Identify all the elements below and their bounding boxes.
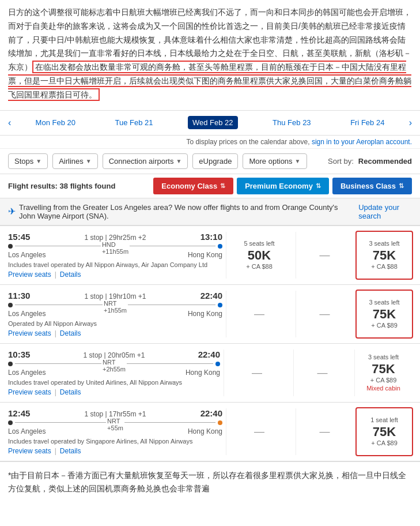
economy-dash-3: — xyxy=(254,426,264,438)
calendar-next-arrow[interactable]: › xyxy=(404,118,417,128)
dest-city-3: Hong Kong xyxy=(188,427,222,435)
stop-code-0: HND+11h55m xyxy=(101,241,130,255)
stop-code-1: NRT+1h55m xyxy=(103,300,128,314)
flight-times-1: 11:301 stop | 19hr10m +122:40 xyxy=(8,291,222,300)
travel-notice: ✈ Travelling from the Greater Los Angele… xyxy=(0,198,420,226)
stop-info-0: 1 stop | 29hr25m +2 xyxy=(35,234,195,242)
airlines-filter[interactable]: Airlines ▼ xyxy=(52,153,98,169)
route-line-3: NRT+55m xyxy=(15,422,215,423)
preview-seats-link-2[interactable]: Preview seats xyxy=(8,388,51,396)
preview-seats-link-1[interactable]: Preview seats xyxy=(8,329,51,337)
calendar-day-mon-feb-20[interactable]: Mon Feb 20 xyxy=(31,116,80,129)
route-line-1: NRT+1h55m xyxy=(15,305,215,305)
calendar-day-thu-feb-23[interactable]: Thu Feb 23 xyxy=(268,116,316,129)
premium-dash-2: — xyxy=(317,367,328,379)
premium-economy-button[interactable]: Premium Economy ⇅ xyxy=(237,178,329,194)
economy-dash-1: — xyxy=(254,308,264,320)
stop-info-3: 1 stop | 17hr55m +1 xyxy=(35,410,195,418)
premium-economy-price-col-3: — xyxy=(296,408,353,455)
sort-label: Sort by: xyxy=(328,157,354,166)
depart-time-0: 15:45 xyxy=(8,232,30,242)
flight-route-0: HND+11h55m xyxy=(8,244,222,249)
dest-city-2: Hong Kong xyxy=(186,369,220,377)
more-options-chevron-icon: ▼ xyxy=(295,158,301,164)
stops-filter[interactable]: Stops ▼ xyxy=(8,153,48,169)
flight-route-2: NRT+2h55m xyxy=(8,362,220,366)
arrive-time-0: 13:10 xyxy=(200,232,222,242)
economy-points-0: 50K xyxy=(248,248,271,263)
highlighted-text: 在临出发都会放出数量非常可观的商务舱，甚至头等舱里程票，目前的瓶颈在于日本－中国… xyxy=(8,61,411,101)
flight-main-2: 10:351 stop | 20hr05m +122:40NRT+2h55mLo… xyxy=(8,350,220,396)
business-cash-2: + CA $89 xyxy=(370,377,397,384)
business-seats-1: 3 seats left xyxy=(369,299,399,306)
intro-paragraph: 日方的这个调整很可能标志着中日航班大幅增班已经离我们不远了，而一向和日本同步的韩… xyxy=(8,6,412,102)
arrive-time-1: 22:40 xyxy=(200,291,222,300)
depart-time-1: 11:30 xyxy=(8,291,30,300)
calendar-days: Mon Feb 20 Tue Feb 21 Wed Feb 22 Thu Feb… xyxy=(16,116,404,129)
plane-icon: ✈ xyxy=(8,206,16,217)
update-search-link[interactable]: Update your search xyxy=(358,203,412,220)
filter-bar: Stops ▼ Airlines ▼ Connection airports ▼… xyxy=(0,149,420,174)
premium-dash-3: — xyxy=(320,426,330,438)
flight-route-3: NRT+55m xyxy=(8,420,222,425)
operated-by-3: Includes travel operated by Singapore Ai… xyxy=(8,438,222,445)
details-link-3[interactable]: Details xyxy=(60,447,81,455)
results-count: Flight results: 38 flights found xyxy=(8,182,150,190)
flight-main-0: 15:451 stop | 29hr25m +213:10HND+11h55mL… xyxy=(8,232,222,279)
business-points-2: 75K xyxy=(372,362,395,377)
stop-info-2: 1 stop | 20hr05m +1 xyxy=(35,351,193,359)
details-link-0[interactable]: Details xyxy=(60,270,81,279)
aeroplan-notice: To display prices on the calendar above,… xyxy=(0,136,420,149)
stops-chevron-icon: ▼ xyxy=(36,158,41,164)
business-sort-icon: ⇅ xyxy=(399,182,404,190)
stop-info-1: 1 stop | 19hr10m +1 xyxy=(35,292,195,300)
more-options-filter[interactable]: More options ▼ xyxy=(243,153,307,169)
premium-dash-1: — xyxy=(320,308,330,320)
dest-dot-1 xyxy=(218,303,222,307)
flight-row-2: 10:351 stop | 20hr05m +122:40NRT+2h55mLo… xyxy=(0,344,420,403)
eupgrade-filter[interactable]: eUpgrade xyxy=(192,153,238,169)
aeroplan-signin-link[interactable]: sign in to your Aeroplan account. xyxy=(312,138,412,146)
premium-economy-price-col-2: — xyxy=(293,350,351,396)
connection-airports-filter[interactable]: Connection airports ▼ xyxy=(103,153,188,169)
business-class-button[interactable]: Business Class ⇅ xyxy=(332,178,412,194)
flight-main-1: 11:301 stop | 19hr10m +122:40NRT+1h55mLo… xyxy=(8,291,222,337)
flight-row-0: 15:451 stop | 29hr25m +213:10HND+11h55mL… xyxy=(0,226,420,285)
business-price-col-2[interactable]: 3 seats left75K+ CA $89Mixed cabin xyxy=(354,350,412,396)
flight-links-2: Preview seats|Details xyxy=(8,388,220,396)
flight-row-1: 11:301 stop | 19hr10m +122:40NRT+1h55mLo… xyxy=(0,285,420,344)
flight-links-0: Preview seats|Details xyxy=(8,270,222,279)
economy-class-button[interactable]: Economy Class ⇅ xyxy=(153,178,233,194)
airlines-chevron-icon: ▼ xyxy=(86,158,92,164)
calendar-prev-arrow[interactable]: ‹ xyxy=(3,118,16,128)
business-price-col-3[interactable]: 1 seat left75K+ CA $89 xyxy=(355,407,413,456)
calendar-day-wed-feb-22[interactable]: Wed Feb 22 xyxy=(188,116,238,129)
details-link-1[interactable]: Details xyxy=(60,329,81,337)
premium-economy-price-col-1: — xyxy=(296,291,353,337)
business-seats-3: 1 seat left xyxy=(370,416,398,423)
operated-by-0: Includes travel operated by All Nippon A… xyxy=(8,261,222,268)
flight-row-3: 12:451 stop | 17hr55m +122:40NRT+55mLos … xyxy=(0,403,420,461)
calendar-day-tue-feb-21[interactable]: Tue Feb 21 xyxy=(110,116,157,129)
calendar-day-fri-feb-24[interactable]: Fri Feb 24 xyxy=(346,116,389,129)
premium-sort-icon: ⇅ xyxy=(316,182,321,190)
flight-links-3: Preview seats|Details xyxy=(8,447,222,455)
economy-price-col-0[interactable]: 5 seats left50K+ CA $88 xyxy=(226,232,292,279)
business-price-col-1[interactable]: 3 seats left75K+ CA $89 xyxy=(355,290,413,339)
origin-dot-3 xyxy=(8,420,13,425)
preview-seats-link-0[interactable]: Preview seats xyxy=(8,270,51,279)
business-price-col-0[interactable]: 3 seats left75K+ CA $88 xyxy=(355,231,413,280)
preview-seats-link-3[interactable]: Preview seats xyxy=(8,447,51,455)
origin-city-3: Los Angeles xyxy=(8,427,46,435)
premium-economy-price-col-0: — xyxy=(296,232,353,279)
origin-city-0: Los Angeles xyxy=(8,251,46,259)
results-header: Flight results: 38 flights found Economy… xyxy=(0,174,420,198)
arrive-time-3: 22:40 xyxy=(200,408,222,418)
economy-price-col-1: — xyxy=(226,291,292,337)
economy-cash-0: + CA $88 xyxy=(246,263,273,270)
business-cash-3: + CA $89 xyxy=(371,439,398,446)
details-link-2[interactable]: Details xyxy=(60,388,81,396)
flight-times-3: 12:451 stop | 17hr55m +122:40 xyxy=(8,408,222,418)
flight-times-2: 10:351 stop | 20hr05m +122:40 xyxy=(8,350,220,359)
link-separator-2: | xyxy=(55,388,56,396)
